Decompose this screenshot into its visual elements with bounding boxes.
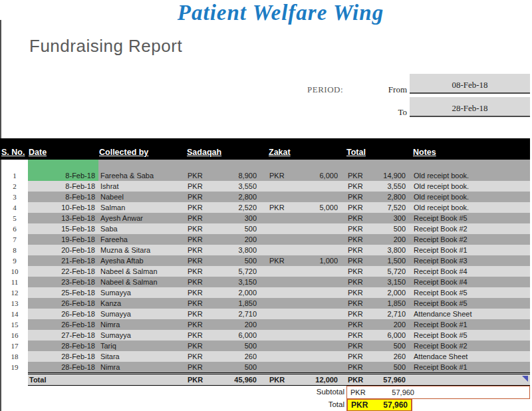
cell-sadaqah[interactable]: PKR500 bbox=[186, 341, 261, 351]
cell-total[interactable]: PKR2,710 bbox=[340, 309, 408, 319]
cell-collected-by[interactable]: Nimra bbox=[98, 362, 186, 372]
cell-total[interactable]: PKR3,800 bbox=[340, 245, 408, 255]
cell-sadaqah[interactable]: PKR260 bbox=[186, 351, 261, 362]
cell-collected-by[interactable]: Fareeha & Saba bbox=[98, 170, 186, 181]
cell-date[interactable]: 10-Feb-18 bbox=[28, 202, 98, 213]
cell-collected-by[interactable]: Kanza bbox=[98, 298, 186, 309]
cell-zakat[interactable] bbox=[261, 192, 340, 202]
cell-date[interactable]: 20-Feb-18 bbox=[28, 245, 98, 255]
cell-sadaqah[interactable]: PKR500 bbox=[186, 362, 261, 372]
cell-zakat[interactable] bbox=[261, 298, 340, 309]
cell-zakat[interactable] bbox=[261, 309, 340, 319]
period-from-cell[interactable]: 08-Feb-18 bbox=[410, 74, 530, 94]
cell-notes[interactable]: Receipt Book #4 bbox=[408, 277, 530, 287]
cell-notes[interactable]: Receipt Book #5 bbox=[408, 330, 530, 341]
cell-total[interactable]: PKR1,500 bbox=[340, 255, 408, 266]
cell-total[interactable]: PKR6,000 bbox=[340, 330, 408, 341]
cell-zakat[interactable] bbox=[261, 330, 340, 341]
header-date[interactable]: Date bbox=[29, 148, 47, 157]
cell-zakat[interactable] bbox=[261, 362, 340, 372]
cell-sadaqah[interactable]: PKR2,520 bbox=[186, 202, 261, 213]
header-collected-by[interactable]: Collected by bbox=[99, 148, 148, 157]
cell-notes[interactable]: Receipt Book #5 bbox=[408, 298, 530, 309]
cell-total[interactable]: PKR5,720 bbox=[340, 266, 408, 277]
cell-collected-by[interactable]: Sumayya bbox=[98, 287, 186, 298]
cell-collected-by[interactable]: Tariq bbox=[98, 341, 186, 351]
cell-zakat[interactable] bbox=[261, 341, 340, 351]
cell-collected-by[interactable]: Salman bbox=[98, 202, 186, 213]
cell-notes[interactable]: Attendance Sheet bbox=[408, 309, 530, 319]
header-sadaqah[interactable]: Sadaqah bbox=[187, 148, 221, 157]
cell-zakat[interactable]: PKR6,000 bbox=[261, 170, 340, 181]
cell-total[interactable]: PKR3,150 bbox=[340, 277, 408, 287]
cell-date[interactable]: 27-Feb-18 bbox=[28, 330, 98, 341]
cell-zakat[interactable] bbox=[261, 266, 340, 277]
cell-sadaqah[interactable]: PKR3,800 bbox=[186, 245, 261, 255]
grand-total-sadaqah[interactable]: PKR 45,960 bbox=[186, 374, 261, 385]
cell-sadaqah[interactable]: PKR2,800 bbox=[186, 192, 261, 202]
cell-notes[interactable]: Receipt Book #3 bbox=[408, 255, 530, 266]
cell-notes[interactable]: Receipt Book #4 bbox=[408, 266, 530, 277]
cell-total[interactable]: PKR200 bbox=[340, 319, 408, 330]
cell-sadaqah[interactable]: PKR300 bbox=[186, 213, 261, 223]
cell-total[interactable]: PKR14,900 bbox=[340, 170, 408, 181]
cell-sadaqah[interactable]: PKR200 bbox=[186, 234, 261, 245]
cell-notes[interactable]: Receipt Book #1 bbox=[408, 245, 530, 255]
cell-date[interactable]: 28-Feb-18 bbox=[28, 362, 98, 372]
cell-collected-by[interactable]: Nabeel & Salman bbox=[98, 266, 186, 277]
cell-collected-by[interactable]: Nimra bbox=[98, 319, 186, 330]
cell-collected-by[interactable]: Sumayya bbox=[98, 330, 186, 341]
cell-notes[interactable]: Old receipt book. bbox=[408, 181, 530, 192]
cell-sadaqah[interactable]: PKR200 bbox=[186, 319, 261, 330]
cell-date[interactable]: 13-Feb-18 bbox=[28, 213, 98, 223]
cell-zakat[interactable] bbox=[261, 213, 340, 223]
cell-notes[interactable]: Receipt Book #2 bbox=[408, 223, 530, 234]
cell-collected-by[interactable]: Ayesha Aftab bbox=[98, 255, 186, 266]
cell-total[interactable]: PKR500 bbox=[340, 223, 408, 234]
cell-date[interactable]: 15-Feb-18 bbox=[28, 223, 98, 234]
cell-total[interactable]: PKR500 bbox=[340, 341, 408, 351]
cell-zakat[interactable]: PKR5,000 bbox=[261, 202, 340, 213]
cell-notes[interactable]: Receipt Book #1 bbox=[408, 362, 530, 372]
cell-zakat[interactable]: PKR1,000 bbox=[261, 255, 340, 266]
cell-total[interactable]: PKR1,850 bbox=[340, 298, 408, 309]
cell-total[interactable]: PKR2,000 bbox=[340, 287, 408, 298]
grand-total-zakat[interactable]: PKR 12,000 bbox=[261, 374, 340, 385]
cell-date[interactable]: 26-Feb-18 bbox=[28, 298, 98, 309]
cell-date[interactable]: 26-Feb-18 bbox=[28, 319, 98, 330]
cell-date[interactable]: 8-Feb-18 bbox=[28, 192, 98, 202]
cell-total[interactable]: PKR200 bbox=[340, 234, 408, 245]
cell-notes[interactable]: Receipt Book #5 bbox=[408, 287, 530, 298]
cell-collected-by[interactable]: Ishrat bbox=[98, 181, 186, 192]
highlighted-cell[interactable] bbox=[28, 160, 98, 170]
cell-date[interactable]: 25-Feb-18 bbox=[28, 287, 98, 298]
cell-total[interactable]: PKR7,520 bbox=[340, 202, 408, 213]
header-zakat[interactable]: Zakat bbox=[269, 148, 291, 157]
cell-notes[interactable]: Old receipt book. bbox=[408, 170, 530, 181]
cell-total[interactable]: PKR300 bbox=[340, 213, 408, 223]
cell-sadaqah[interactable]: PKR500 bbox=[186, 223, 261, 234]
cell-date[interactable]: 23-Feb-18 bbox=[28, 277, 98, 287]
cell-date[interactable]: 26-Feb-18 bbox=[28, 309, 98, 319]
cell-date[interactable]: 8-Feb-18 bbox=[28, 181, 98, 192]
cell-date[interactable]: 28-Feb-18 bbox=[28, 341, 98, 351]
cell-collected-by[interactable]: Nabeel bbox=[98, 192, 186, 202]
cell-sadaqah[interactable]: PKR500 bbox=[186, 255, 261, 266]
cell-date[interactable]: 22-Feb-18 bbox=[28, 266, 98, 277]
cell-zakat[interactable] bbox=[261, 223, 340, 234]
cell-sadaqah[interactable]: PKR3,150 bbox=[186, 277, 261, 287]
cell-collected-by[interactable]: Muzna & Sitara bbox=[98, 245, 186, 255]
header-total[interactable]: Total bbox=[346, 148, 366, 157]
cell-collected-by[interactable]: Sumayya bbox=[98, 309, 186, 319]
cell-notes[interactable]: Attendace Sheet bbox=[408, 351, 530, 362]
cell-zakat[interactable] bbox=[261, 277, 340, 287]
cell-sadaqah[interactable]: PKR6,000 bbox=[186, 330, 261, 341]
cell-notes[interactable]: Old receipt book. bbox=[408, 192, 530, 202]
subtotal-cell[interactable]: PKR 57,960 bbox=[346, 386, 530, 399]
cell-sadaqah[interactable]: PKR1,850 bbox=[186, 298, 261, 309]
cell-total[interactable]: PKR260 bbox=[340, 351, 408, 362]
header-notes[interactable]: Notes bbox=[413, 148, 436, 157]
cell-sadaqah[interactable]: PKR2,710 bbox=[186, 309, 261, 319]
cell-total[interactable]: PKR500 bbox=[340, 362, 408, 372]
cell-notes[interactable]: Receipt Book #1 bbox=[408, 319, 530, 330]
